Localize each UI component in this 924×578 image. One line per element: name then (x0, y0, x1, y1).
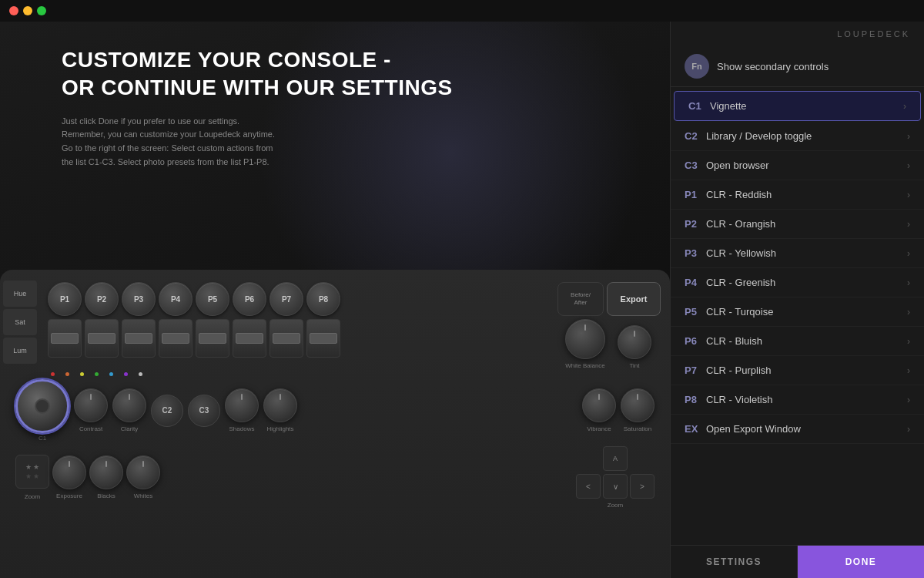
tint-knob[interactable] (618, 325, 651, 359)
blacks-group: Blacks (89, 455, 123, 499)
menu-item-c3[interactable]: C3 Open browser › (671, 151, 924, 180)
side-labels: Hue Sat Lum (3, 281, 37, 364)
menu-item-key: C1 (688, 100, 710, 112)
slider-6[interactable] (233, 319, 266, 358)
menu-item-key: C3 (685, 160, 706, 171)
done-button[interactable]: DONE (798, 546, 924, 578)
page-title: CUSTOMIZE YOUR CONSOLE - OR CONTINUE WIT… (62, 46, 608, 102)
titlebar (0, 0, 924, 22)
preset-p6[interactable]: P6 (233, 282, 266, 316)
preset-p4[interactable]: P4 (159, 282, 192, 316)
vibrance-knob[interactable] (582, 388, 616, 422)
clarity-label: Clarity (121, 425, 139, 432)
chevron-right-icon: › (907, 424, 910, 435)
preset-p3[interactable]: P3 (122, 282, 156, 316)
menu-item-key: P4 (685, 277, 706, 288)
shadows-knob[interactable] (225, 388, 259, 422)
slider-8[interactable] (306, 319, 340, 358)
menu-item-label: CLR - Bluish (706, 335, 907, 347)
white-balance-knob[interactable] (565, 319, 605, 359)
shadows-label: Shadows (229, 425, 255, 432)
preset-p2[interactable]: P2 (85, 282, 119, 316)
slider-1[interactable] (48, 319, 82, 358)
clarity-knob[interactable] (112, 388, 146, 422)
bottom-row: ★ ★ ★ ★ Zoom Exposure Blacks (9, 443, 661, 512)
highlights-knob[interactable] (263, 388, 297, 422)
close-button[interactable] (9, 6, 18, 15)
minimize-button[interactable] (23, 6, 32, 15)
slider-7[interactable] (270, 319, 303, 358)
fn-badge: Fn (685, 54, 709, 79)
menu-item-ex[interactable]: EX Open Export Window › (671, 415, 924, 444)
saturation-knob[interactable] (621, 388, 654, 422)
nav-arrows-row: < ∨ > (576, 474, 654, 499)
slider-4[interactable] (159, 319, 192, 358)
preset-p1[interactable]: P1 (48, 282, 82, 316)
menu-item-p8[interactable]: P8 CLR - Violetish › (671, 385, 924, 415)
highlights-label: Highlights (266, 425, 293, 432)
menu-item-label: CLR - Greenish (706, 277, 907, 288)
preset-p5[interactable]: P5 (196, 282, 229, 316)
vibrance-group: Vibrance (582, 388, 616, 432)
export-button[interactable]: Export (607, 282, 661, 316)
menu-item-p4[interactable]: P4 CLR - Greenish › (671, 268, 924, 297)
nav-down-button[interactable]: ∨ (603, 474, 628, 499)
whites-knob[interactable] (126, 455, 160, 489)
exposure-knob[interactable] (52, 455, 86, 489)
color-dot-red (51, 372, 55, 376)
star-button[interactable]: ★ ★ ★ ★ (15, 455, 49, 489)
c1-label: C1 (38, 435, 46, 442)
c3-button[interactable]: C3 (188, 395, 220, 427)
contrast-label: Contrast (79, 425, 102, 432)
slider-5[interactable] (196, 319, 229, 358)
menu-item-c2[interactable]: C2 Library / Develop toggle › (671, 122, 924, 151)
chevron-right-icon: › (907, 336, 910, 347)
slider-3[interactable] (122, 319, 156, 358)
menu-item-label: CLR - Purplish (706, 365, 907, 376)
menu-item-p2[interactable]: P2 CLR - Orangish › (671, 210, 924, 239)
zoom-bottom-label: Zoom (608, 502, 623, 509)
star-group: ★ ★ ★ ★ Zoom (15, 455, 49, 500)
menu-item-p1[interactable]: P1 CLR - Reddish › (671, 180, 924, 210)
contrast-knob[interactable] (74, 388, 108, 422)
nav-a-button[interactable]: A (603, 446, 628, 471)
c2-button[interactable]: C2 (151, 395, 183, 427)
c1-knob-inner (35, 398, 50, 414)
preset-p8[interactable]: P8 (306, 282, 340, 316)
slider-2[interactable] (85, 319, 119, 358)
preset-p7[interactable]: P7 (270, 282, 303, 316)
menu-item-p7[interactable]: P7 CLR - Purplish › (671, 356, 924, 385)
menu-item-p6[interactable]: P6 CLR - Bluish › (671, 327, 924, 356)
chevron-right-icon: › (907, 248, 910, 259)
menu-item-label: Open Export Window (706, 423, 907, 435)
color-dot-white (139, 372, 142, 376)
presets-row: Hue Sat Lum P1 P2 P3 P4 P5 P6 P7 P8 Befo… (9, 279, 661, 318)
before-after-button[interactable]: Before/After (557, 282, 604, 316)
blacks-knob[interactable] (89, 455, 123, 489)
clarity-group: Clarity (112, 388, 146, 432)
nav-right-button[interactable]: > (630, 474, 654, 499)
color-dot-yellow (80, 372, 84, 376)
sliders-row: White Balance Tint (9, 318, 661, 369)
header-desc4: the list C1-C3. Select photo presets fro… (62, 156, 608, 170)
menu-item-p3[interactable]: P3 CLR - Yellowish › (671, 239, 924, 268)
main-layout: CUSTOMIZE YOUR CONSOLE - OR CONTINUE WIT… (0, 22, 924, 578)
nav-left-button[interactable]: < (576, 474, 601, 499)
star-icon2: ★ ★ (25, 472, 40, 480)
menu-item-label: Open browser (706, 160, 907, 171)
footer-buttons: SETTINGS DONE (671, 545, 924, 578)
header-text: CUSTOMIZE YOUR CONSOLE - OR CONTINUE WIT… (0, 22, 670, 169)
shadows-group: Shadows (225, 388, 259, 432)
menu-item-label: CLR - Orangish (706, 218, 907, 230)
menu-item-c1[interactable]: C1 Vignette › (674, 91, 921, 121)
header-desc1: Just click Done if you prefer to use our… (62, 115, 608, 129)
color-dot-purple (124, 372, 128, 376)
wb-label: White Balance (565, 362, 605, 369)
settings-button[interactable]: SETTINGS (671, 546, 798, 578)
menu-item-p5[interactable]: P5 CLR - Turqoise › (671, 297, 924, 327)
exposure-label: Exposure (56, 492, 82, 499)
c1-knob[interactable] (15, 379, 69, 433)
menu-item-label: Vignette (710, 100, 903, 112)
maximize-button[interactable] (37, 6, 46, 15)
c1-group: C1 (15, 379, 69, 442)
